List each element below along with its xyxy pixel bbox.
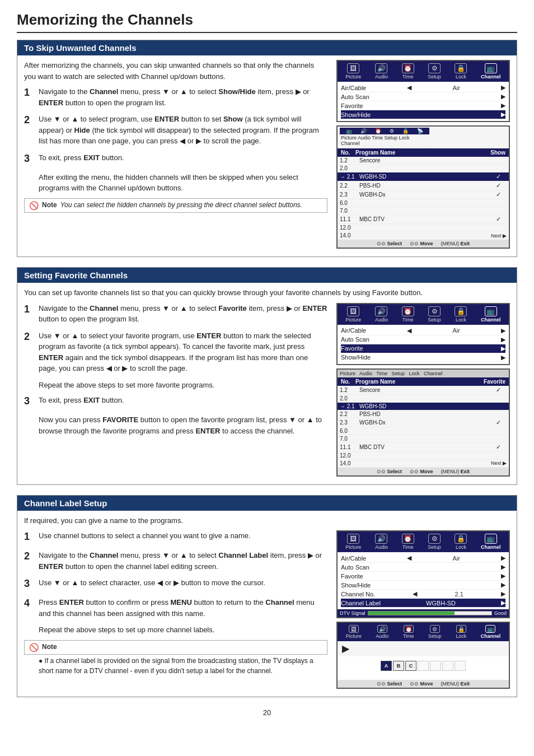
section1-header: To Skip Unwanted Channels <box>17 40 517 55</box>
menu-icon-lock: 🔒 Lock <box>455 63 467 80</box>
mini-menu-label: ⚙ <box>390 128 394 134</box>
row-value: Air <box>452 327 460 334</box>
tv-screen-5: 🖼 Picture 🔊 Audio ⏰ Time ⚙ <box>336 530 510 618</box>
key-empty3 <box>442 661 453 671</box>
menu-icon-picture: 🖼 Picture <box>345 306 361 323</box>
step-number: 2 <box>24 329 34 374</box>
tv-row-aircable: Air/Cable ◀ Air ▶ <box>341 326 505 335</box>
tv-screen-6: 🖼 Picture 🔊 Audio ⏰ Time ⚙ <box>336 622 510 689</box>
tv-menu-content: Air/Cable ◀ Air ▶ Auto Scan ▶ Favorite ▶ <box>338 552 509 609</box>
tv-menu-bar: 🖼 Picture 🔊 Audio ⏰ Time ⚙ <box>338 623 509 641</box>
section-skip-unwanted: To Skip Unwanted Channels After memorizi… <box>17 40 517 257</box>
audio-icon: 🔊 <box>375 63 387 73</box>
section3-intro: If required, you can give a name to the … <box>24 515 510 526</box>
row-value: WGBH-SD <box>426 600 456 606</box>
prog-num: 2.3 <box>340 192 359 198</box>
tv-screen-4: Picture Audio Time Setup Lock Channel No… <box>336 368 510 477</box>
prog-header: No. Program Name Show <box>338 148 509 157</box>
row-label: Auto Scan <box>341 564 369 571</box>
section2-step1: 1 Navigate to the Channel menu, press ▼ … <box>24 303 327 325</box>
step-text: Navigate to the Channel menu, press ▼ or… <box>39 303 327 325</box>
prog-check: ✓ <box>490 444 507 451</box>
prog-row: 2.2 PBS-HD <box>338 410 509 418</box>
row-label: Channel Label <box>341 600 381 606</box>
prog-row-selected: → 2.1 WGBH-SD ✓ <box>338 172 509 181</box>
row-label: Air/Cable <box>341 85 366 91</box>
section3-note: 🚫 Note <box>24 640 327 655</box>
prog-num: 12.0 <box>340 225 359 231</box>
section3-step3: 3 Use ▼ or ▲ to select character, use ◀ … <box>24 577 327 591</box>
note-text: You can select the hidden channels by pr… <box>60 201 302 209</box>
prog-num: 6.0 <box>340 428 359 434</box>
prog-row: 2.2 PBS-HD ✓ <box>338 181 509 190</box>
menu-label: Setup <box>428 633 442 639</box>
section2-screenshots: 🖼 Picture 🔊 Audio ⏰ Time ⚙ <box>336 303 510 480</box>
menu-icon-setup: ⚙ Setup <box>428 625 442 639</box>
signal-label: DTV Signal <box>340 610 366 616</box>
tv-screen-3: 🖼 Picture 🔊 Audio ⏰ Time ⚙ <box>336 303 510 365</box>
row-label: Air/Cable <box>341 555 366 562</box>
right-arrow: ▶ <box>501 581 505 589</box>
prog-num: → 2.1 <box>340 174 359 180</box>
step-number: 3 <box>24 394 34 409</box>
menu-label: Audio <box>375 317 388 323</box>
prog-num: 11.1 <box>340 216 359 222</box>
menu-label: Time <box>402 317 414 323</box>
step-text: Navigate to the Channel menu, press ▼ or… <box>39 86 327 108</box>
row-label: Favorite <box>341 345 363 352</box>
section2-intro: You can set up favorite channels list so… <box>24 287 510 298</box>
lock-icon: 🔒 <box>455 306 467 316</box>
menu-icon-channel: 📺 Channel <box>481 306 501 323</box>
tv-menu-bar: 🖼 Picture 🔊 Audio ⏰ Time ⚙ <box>338 61 509 82</box>
section3-step2: 2 Navigate to the Channel menu, press ▼ … <box>24 550 327 572</box>
tv-row-favorite: Favorite ▶ <box>341 572 505 581</box>
next-label: Next ▶ <box>433 233 507 239</box>
mini-menu-label: ⏰ <box>375 128 381 134</box>
prog-row: 7.0 <box>338 207 509 215</box>
section1-step3: 3 To exit, press EXIT button. <box>24 152 327 166</box>
prog-row: 2.3 WGBH-Dx ✓ <box>338 190 509 199</box>
row-label: Auto Scan <box>341 336 369 343</box>
right-arrow: ▶ <box>501 554 505 562</box>
page-number: 20 <box>17 708 517 717</box>
mini-menu-label: 🔊 <box>360 128 367 134</box>
prog-check: ✓ <box>490 419 507 426</box>
menu-label: Lock <box>456 544 466 550</box>
section1-screenshots: 🖼 Picture 🔊 Audio ⏰ Time ⚙ <box>336 60 510 252</box>
prog-row: 6.0 <box>338 199 509 207</box>
prog-row: 12.0 <box>338 224 509 232</box>
prog-check: ✓ <box>490 216 507 223</box>
menu-icon-audio: 🔊 Audio <box>375 534 388 550</box>
menu-label: Channel <box>481 544 501 550</box>
mini-menu-label: 📺 <box>346 128 352 134</box>
char-input-row: A B C <box>340 661 507 671</box>
section3-header: Channel Label Setup <box>17 496 517 511</box>
step-text: Use ▼ or ▲ to select your favorite progr… <box>39 330 327 374</box>
tv-row-autoscan: Auto Scan ▶ <box>341 335 505 344</box>
prog-row: 12.0 <box>338 452 509 460</box>
picture-icon: 🖼 <box>347 63 359 73</box>
tv-screen-2: 📺 🔊 ⏰ ⚙ 🔒 📡 Picture Audio Time Setup Loc… <box>336 125 510 249</box>
left-arrow: ◀ <box>413 590 417 598</box>
step-number: 3 <box>24 151 34 166</box>
channel-icon: 📺 <box>485 534 497 544</box>
menu-icon-time: ⏰ Time <box>402 63 414 80</box>
section1-intro: After memorizing the channels, you can s… <box>24 60 327 82</box>
prog-num: 2.2 <box>340 411 359 417</box>
menu-icon-setup: ⚙ Setup <box>428 534 441 550</box>
footer-exit: (MENU) Exit <box>441 241 470 246</box>
tv-menu-content: Air/Cable ◀ Air ▶ Auto Scan ▶ Favorite ▶ <box>338 325 509 364</box>
footer-move: ⊙⊙ Move <box>410 469 433 474</box>
prog-num: → 2.1 <box>340 403 359 409</box>
section-channel-label: Channel Label Setup If required, you can… <box>17 495 517 698</box>
prog-row: 2.0 <box>338 165 509 172</box>
prog-num: 1.2 <box>340 157 359 164</box>
audio-icon: 🔊 <box>375 534 387 544</box>
picture-icon: 🖼 <box>349 625 359 633</box>
prog-name: Sencore <box>359 387 490 393</box>
note-icon: 🚫 <box>29 643 39 652</box>
section3-note-bullet: ● If a channel label is provided on the … <box>39 656 327 676</box>
menu-label: Lock <box>456 317 466 323</box>
left-arrow: ◀ <box>407 84 411 91</box>
prog-name: Sencore <box>359 157 490 164</box>
